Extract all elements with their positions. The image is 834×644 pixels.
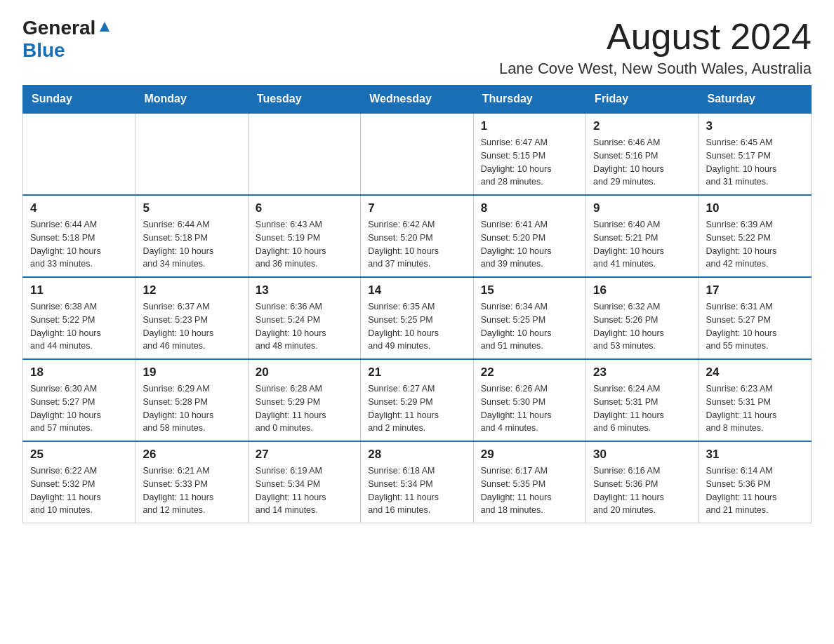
day-number: 8 — [481, 201, 578, 215]
header: General Blue August 2024 Lane Cove West,… — [22, 17, 812, 78]
week-row-2: 4Sunrise: 6:44 AMSunset: 5:18 PMDaylight… — [23, 195, 812, 277]
day-info: Sunrise: 6:42 AMSunset: 5:20 PMDaylight:… — [368, 218, 465, 271]
day-cell-w4-d3: 20Sunrise: 6:28 AMSunset: 5:29 PMDayligh… — [248, 359, 360, 441]
day-info: Sunrise: 6:14 AMSunset: 5:36 PMDaylight:… — [706, 464, 804, 517]
day-cell-w5-d1: 25Sunrise: 6:22 AMSunset: 5:32 PMDayligh… — [23, 441, 135, 523]
day-number: 19 — [143, 365, 240, 380]
day-cell-w5-d5: 29Sunrise: 6:17 AMSunset: 5:35 PMDayligh… — [473, 441, 585, 523]
day-info: Sunrise: 6:46 AMSunset: 5:16 PMDaylight:… — [593, 136, 691, 189]
day-cell-w5-d2: 26Sunrise: 6:21 AMSunset: 5:33 PMDayligh… — [135, 441, 248, 523]
day-number: 15 — [481, 283, 578, 297]
day-info: Sunrise: 6:24 AMSunset: 5:31 PMDaylight:… — [593, 382, 691, 435]
day-number: 1 — [481, 119, 578, 133]
week-row-3: 11Sunrise: 6:38 AMSunset: 5:22 PMDayligh… — [23, 277, 812, 359]
day-cell-w4-d6: 23Sunrise: 6:24 AMSunset: 5:31 PMDayligh… — [586, 359, 699, 441]
day-cell-w5-d4: 28Sunrise: 6:18 AMSunset: 5:34 PMDayligh… — [361, 441, 473, 523]
day-cell-w2-d5: 8Sunrise: 6:41 AMSunset: 5:20 PMDaylight… — [473, 195, 585, 277]
day-info: Sunrise: 6:27 AMSunset: 5:29 PMDaylight:… — [368, 382, 465, 435]
day-number: 25 — [30, 448, 128, 462]
col-monday: Monday — [135, 86, 248, 114]
day-number: 6 — [256, 201, 353, 215]
day-number: 29 — [481, 448, 578, 462]
day-number: 26 — [143, 448, 240, 462]
day-info: Sunrise: 6:40 AMSunset: 5:21 PMDaylight:… — [593, 218, 691, 271]
day-info: Sunrise: 6:18 AMSunset: 5:34 PMDaylight:… — [368, 464, 465, 517]
day-cell-w2-d4: 7Sunrise: 6:42 AMSunset: 5:20 PMDaylight… — [361, 195, 473, 277]
day-number: 27 — [256, 448, 353, 462]
day-info: Sunrise: 6:31 AMSunset: 5:27 PMDaylight:… — [706, 300, 804, 353]
day-number: 10 — [706, 201, 804, 215]
col-tuesday: Tuesday — [248, 86, 360, 114]
day-number: 5 — [143, 201, 240, 215]
day-number: 22 — [481, 365, 578, 380]
day-info: Sunrise: 6:30 AMSunset: 5:27 PMDaylight:… — [30, 382, 128, 435]
day-cell-w5-d6: 30Sunrise: 6:16 AMSunset: 5:36 PMDayligh… — [586, 441, 699, 523]
day-info: Sunrise: 6:21 AMSunset: 5:33 PMDaylight:… — [143, 464, 240, 517]
day-number: 28 — [368, 448, 465, 462]
day-info: Sunrise: 6:47 AMSunset: 5:15 PMDaylight:… — [481, 136, 578, 189]
day-cell-w1-d2 — [135, 113, 248, 195]
day-info: Sunrise: 6:36 AMSunset: 5:24 PMDaylight:… — [256, 300, 353, 353]
day-cell-w2-d7: 10Sunrise: 6:39 AMSunset: 5:22 PMDayligh… — [699, 195, 811, 277]
logo-general-text: General — [22, 17, 95, 39]
day-info: Sunrise: 6:17 AMSunset: 5:35 PMDaylight:… — [481, 464, 578, 517]
col-thursday: Thursday — [473, 86, 585, 114]
page: General Blue August 2024 Lane Cove West,… — [0, 0, 834, 546]
day-cell-w1-d4 — [361, 113, 473, 195]
day-cell-w3-d1: 11Sunrise: 6:38 AMSunset: 5:22 PMDayligh… — [23, 277, 135, 359]
day-cell-w5-d3: 27Sunrise: 6:19 AMSunset: 5:34 PMDayligh… — [248, 441, 360, 523]
location-subtitle: Lane Cove West, New South Wales, Austral… — [499, 60, 812, 78]
day-info: Sunrise: 6:23 AMSunset: 5:31 PMDaylight:… — [706, 382, 804, 435]
day-number: 16 — [593, 283, 691, 297]
day-number: 23 — [593, 365, 691, 380]
day-number: 3 — [706, 119, 804, 133]
col-friday: Friday — [586, 86, 699, 114]
day-info: Sunrise: 6:39 AMSunset: 5:22 PMDaylight:… — [706, 218, 804, 271]
day-cell-w4-d2: 19Sunrise: 6:29 AMSunset: 5:28 PMDayligh… — [135, 359, 248, 441]
week-row-5: 25Sunrise: 6:22 AMSunset: 5:32 PMDayligh… — [23, 441, 812, 523]
day-number: 9 — [593, 201, 691, 215]
day-info: Sunrise: 6:34 AMSunset: 5:25 PMDaylight:… — [481, 300, 578, 353]
col-sunday: Sunday — [23, 86, 135, 114]
calendar-table: Sunday Monday Tuesday Wednesday Thursday… — [22, 85, 812, 523]
day-number: 7 — [368, 201, 465, 215]
day-info: Sunrise: 6:26 AMSunset: 5:30 PMDaylight:… — [481, 382, 578, 435]
day-info: Sunrise: 6:38 AMSunset: 5:22 PMDaylight:… — [30, 300, 128, 353]
svg-marker-0 — [100, 22, 110, 32]
day-cell-w4-d5: 22Sunrise: 6:26 AMSunset: 5:30 PMDayligh… — [473, 359, 585, 441]
day-number: 11 — [30, 283, 128, 297]
day-cell-w3-d4: 14Sunrise: 6:35 AMSunset: 5:25 PMDayligh… — [361, 277, 473, 359]
logo-arrow-icon — [97, 19, 112, 34]
day-cell-w1-d6: 2Sunrise: 6:46 AMSunset: 5:16 PMDaylight… — [586, 113, 699, 195]
day-cell-w3-d2: 12Sunrise: 6:37 AMSunset: 5:23 PMDayligh… — [135, 277, 248, 359]
day-cell-w1-d5: 1Sunrise: 6:47 AMSunset: 5:15 PMDaylight… — [473, 113, 585, 195]
week-row-1: 1Sunrise: 6:47 AMSunset: 5:15 PMDaylight… — [23, 113, 812, 195]
day-cell-w1-d1 — [23, 113, 135, 195]
day-number: 24 — [706, 365, 804, 380]
day-cell-w3-d6: 16Sunrise: 6:32 AMSunset: 5:26 PMDayligh… — [586, 277, 699, 359]
day-number: 17 — [706, 283, 804, 297]
day-cell-w3-d3: 13Sunrise: 6:36 AMSunset: 5:24 PMDayligh… — [248, 277, 360, 359]
day-cell-w1-d3 — [248, 113, 360, 195]
day-cell-w4-d1: 18Sunrise: 6:30 AMSunset: 5:27 PMDayligh… — [23, 359, 135, 441]
title-block: August 2024 Lane Cove West, New South Wa… — [499, 17, 812, 78]
col-wednesday: Wednesday — [361, 86, 473, 114]
logo: General Blue — [22, 17, 112, 62]
day-info: Sunrise: 6:44 AMSunset: 5:18 PMDaylight:… — [143, 218, 240, 271]
day-number: 31 — [706, 448, 804, 462]
day-cell-w5-d7: 31Sunrise: 6:14 AMSunset: 5:36 PMDayligh… — [699, 441, 811, 523]
day-number: 20 — [256, 365, 353, 380]
day-info: Sunrise: 6:43 AMSunset: 5:19 PMDaylight:… — [256, 218, 353, 271]
day-cell-w2-d3: 6Sunrise: 6:43 AMSunset: 5:19 PMDaylight… — [248, 195, 360, 277]
day-cell-w1-d7: 3Sunrise: 6:45 AMSunset: 5:17 PMDaylight… — [699, 113, 811, 195]
day-info: Sunrise: 6:29 AMSunset: 5:28 PMDaylight:… — [143, 382, 240, 435]
month-year-title: August 2024 — [499, 17, 812, 57]
day-number: 13 — [256, 283, 353, 297]
calendar-header-row: Sunday Monday Tuesday Wednesday Thursday… — [23, 86, 812, 114]
day-number: 2 — [593, 119, 691, 133]
day-cell-w2-d1: 4Sunrise: 6:44 AMSunset: 5:18 PMDaylight… — [23, 195, 135, 277]
day-cell-w2-d6: 9Sunrise: 6:40 AMSunset: 5:21 PMDaylight… — [586, 195, 699, 277]
day-info: Sunrise: 6:41 AMSunset: 5:20 PMDaylight:… — [481, 218, 578, 271]
day-info: Sunrise: 6:44 AMSunset: 5:18 PMDaylight:… — [30, 218, 128, 271]
day-number: 4 — [30, 201, 128, 215]
